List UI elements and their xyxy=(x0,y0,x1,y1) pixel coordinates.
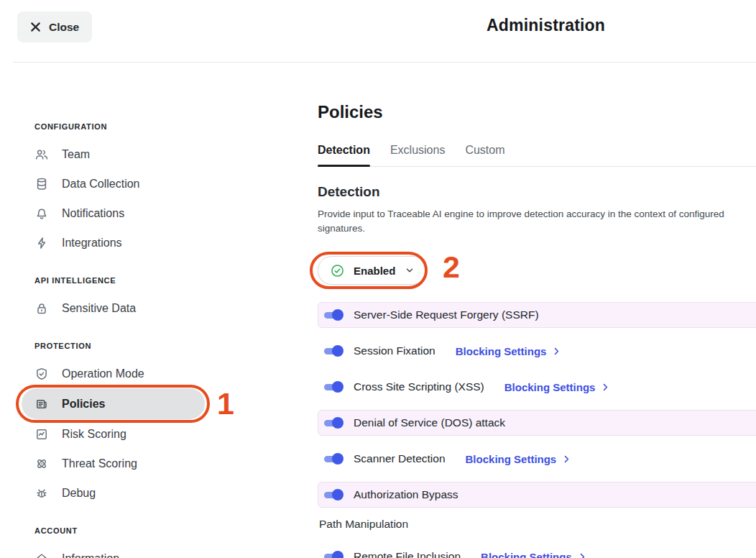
policy-label: Scanner Detection xyxy=(354,452,446,465)
sidebar-section-configuration: CONFIGURATIONTeamData CollectionNotifica… xyxy=(34,122,205,257)
policy-group-label-path-manipulation: Path Manipulation xyxy=(319,518,756,534)
tab-detection[interactable]: Detection xyxy=(318,144,370,166)
detection-description: Provide input to Traceable AI engine to … xyxy=(318,207,755,236)
policy-label: Authorization Bypass xyxy=(354,488,458,501)
toggle-knob xyxy=(332,309,344,321)
toggle-knob xyxy=(332,551,344,558)
chevron-right-icon xyxy=(578,552,587,558)
blocking-settings-link-label: Blocking Settings xyxy=(481,551,572,558)
bug-icon xyxy=(34,486,49,500)
chevron-right-icon xyxy=(601,383,610,392)
close-button[interactable]: Close xyxy=(17,12,92,42)
home-icon xyxy=(34,552,49,558)
section-heading-policies: Policies xyxy=(318,102,756,122)
sidebar-item-notifications[interactable]: Notifications xyxy=(34,198,205,228)
sidebar-item-operation-mode[interactable]: Operation Mode xyxy=(34,359,205,388)
detection-heading: Detection xyxy=(318,184,756,200)
policy-row-denial-of-service-dos-attack: Denial of Service (DOS) attack xyxy=(318,410,756,436)
sidebar-item-label: Operation Mode xyxy=(62,367,144,380)
check-circle-icon xyxy=(331,264,344,278)
blocking-settings-link-label: Blocking Settings xyxy=(456,345,547,357)
chevron-right-icon xyxy=(552,347,561,356)
sidebar-item-integrations[interactable]: Integrations xyxy=(34,228,205,257)
sidebar-item-risk-scoring[interactable]: Risk Scoring xyxy=(34,419,205,449)
toggle-knob xyxy=(332,417,344,429)
bolt-icon xyxy=(34,236,49,250)
sidebar-item-label: Policies xyxy=(62,398,105,411)
close-button-label: Close xyxy=(49,21,79,34)
policy-row-session-fixation: Session FixationBlocking Settings xyxy=(318,338,756,364)
shield-check-icon xyxy=(34,367,49,381)
chart-icon xyxy=(34,427,49,442)
sidebar-section-api-intelligence: API INTELLIGENCESensitive Data xyxy=(34,276,205,323)
policy-list: Server-Side Request Forgery (SSRF)Sessio… xyxy=(318,302,756,558)
toggle-knob xyxy=(332,381,344,393)
policy-toggle[interactable] xyxy=(324,309,344,321)
close-icon xyxy=(30,22,41,32)
blocking-settings-link[interactable]: Blocking Settings xyxy=(504,381,611,393)
tab-exclusions[interactable]: Exclusions xyxy=(390,144,445,166)
detection-status-dropdown[interactable]: Enabled xyxy=(318,256,428,285)
sidebar-item-team[interactable]: Team xyxy=(34,140,205,169)
policy-row-remote-file-inclusion: Remote File InclusionBlocking Settings xyxy=(318,544,756,558)
sidebar-section-title: PROTECTION xyxy=(34,342,205,353)
blocking-settings-link[interactable]: Blocking Settings xyxy=(456,345,562,357)
main-content: Policies DetectionExclusionsCustom Detec… xyxy=(318,62,756,558)
policy-toggle[interactable] xyxy=(324,381,344,393)
document-icon xyxy=(34,397,49,411)
toggle-knob xyxy=(332,489,344,500)
atom-icon xyxy=(34,457,49,471)
annotation-step-2: 2 xyxy=(443,252,460,283)
tab-custom[interactable]: Custom xyxy=(465,144,504,166)
policy-row-authorization-bypass: Authorization Bypass xyxy=(318,482,756,508)
sidebar-item-policies[interactable]: Policies1 xyxy=(22,388,205,419)
sidebar-section-title: CONFIGURATION xyxy=(34,122,205,134)
detection-status-wrap: Enabled 2 xyxy=(318,256,428,285)
policy-toggle[interactable] xyxy=(324,345,344,357)
blocking-settings-link[interactable]: Blocking Settings xyxy=(466,453,572,465)
toggle-knob xyxy=(332,345,344,357)
sidebar-section-title: ACCOUNT xyxy=(34,526,205,538)
policy-toggle[interactable] xyxy=(324,551,344,558)
blocking-settings-link-label: Blocking Settings xyxy=(504,381,596,393)
sidebar-item-data-collection[interactable]: Data Collection xyxy=(34,169,205,198)
blocking-settings-link-label: Blocking Settings xyxy=(466,453,557,465)
settings-sidebar: CONFIGURATIONTeamData CollectionNotifica… xyxy=(34,122,205,558)
policy-label: Cross Site Scripting (XSS) xyxy=(354,380,484,393)
lock-icon xyxy=(34,301,49,316)
sidebar-item-sensitive-data[interactable]: Sensitive Data xyxy=(34,293,205,323)
blocking-settings-link[interactable]: Blocking Settings xyxy=(481,551,587,558)
page-title: Administration xyxy=(487,16,605,35)
sidebar-item-label: Debug xyxy=(62,487,96,500)
policy-label: Remote File Inclusion xyxy=(354,550,461,558)
policy-label: Denial of Service (DOS) attack xyxy=(354,416,505,429)
toggle-knob xyxy=(332,453,344,465)
policy-toggle[interactable] xyxy=(324,489,344,500)
policy-row-scanner-detection: Scanner DetectionBlocking Settings xyxy=(318,446,756,472)
sidebar-item-label: Information xyxy=(62,552,119,558)
chevron-down-icon xyxy=(405,265,415,275)
sidebar-section-account: ACCOUNTInformation xyxy=(34,526,205,558)
policy-row-server-side-request-forgery-ssrf: Server-Side Request Forgery (SSRF) xyxy=(318,302,756,328)
sidebar-item-threat-scoring[interactable]: Threat Scoring xyxy=(34,449,205,478)
sidebar-item-label: Threat Scoring xyxy=(62,457,137,470)
detection-status-label: Enabled xyxy=(354,265,395,277)
sidebar-item-label: Team xyxy=(62,148,90,161)
sidebar-section-protection: PROTECTIONOperation ModePolicies1Risk Sc… xyxy=(34,342,205,508)
sidebar-item-label: Sensitive Data xyxy=(62,302,136,315)
policy-toggle[interactable] xyxy=(324,417,344,429)
bell-icon xyxy=(34,206,49,221)
sidebar-item-label: Risk Scoring xyxy=(62,428,126,441)
annotation-step-1: 1 xyxy=(217,388,234,419)
sidebar-item-label: Integrations xyxy=(62,237,122,250)
policy-label: Server-Side Request Forgery (SSRF) xyxy=(354,308,539,321)
policy-toggle[interactable] xyxy=(324,453,344,465)
policy-label: Session Fixation xyxy=(354,344,435,357)
sidebar-item-debug[interactable]: Debug xyxy=(34,478,205,508)
sidebar-item-information[interactable]: Information xyxy=(34,544,205,558)
policies-tabs: DetectionExclusionsCustom xyxy=(318,144,756,167)
sidebar-item-label: Data Collection xyxy=(62,178,140,191)
sidebar-section-title: API INTELLIGENCE xyxy=(34,276,205,288)
people-icon xyxy=(34,147,49,162)
policy-row-cross-site-scripting-xss: Cross Site Scripting (XSS)Blocking Setti… xyxy=(318,374,756,400)
